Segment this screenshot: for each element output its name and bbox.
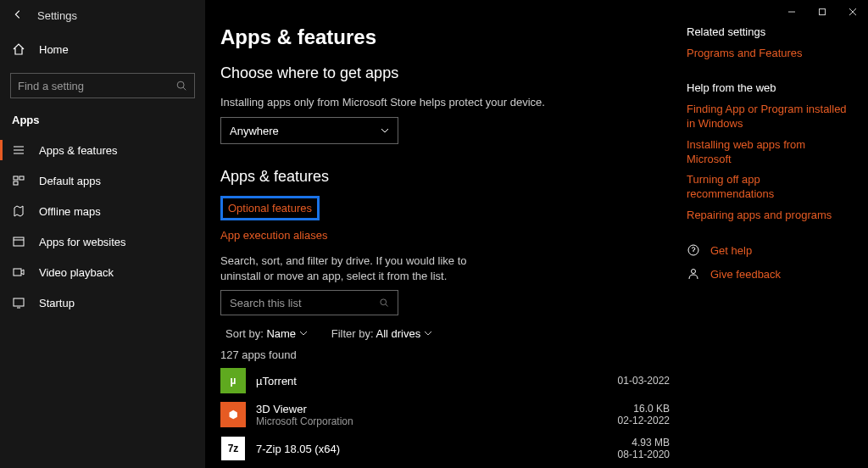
minimize-button[interactable] bbox=[776, 0, 807, 24]
sidebar-item-offline-maps[interactable]: Offline maps bbox=[0, 196, 205, 226]
search-placeholder: Find a setting bbox=[18, 80, 84, 92]
app-icon: µ bbox=[220, 368, 246, 393]
chevron-down-icon bbox=[381, 126, 389, 135]
sort-by-button[interactable]: Sort by: Name bbox=[225, 327, 308, 340]
right-rail: Related settings Programs and Features H… bbox=[687, 25, 848, 468]
website-icon bbox=[12, 235, 25, 248]
app-icon: ⬢ bbox=[220, 402, 246, 427]
chevron-down-icon bbox=[424, 329, 432, 337]
apps-section-title: Apps & features bbox=[220, 168, 670, 186]
dropdown-value: Anywhere bbox=[230, 125, 279, 137]
app-row[interactable]: µ µTorrent 01-03-2022 bbox=[220, 368, 670, 393]
search-list-input[interactable]: Search this list bbox=[220, 290, 398, 315]
search-icon bbox=[379, 298, 389, 308]
svg-line-5 bbox=[183, 87, 186, 90]
sidebar-item-label: Apps for websites bbox=[39, 236, 126, 248]
default-icon bbox=[12, 174, 25, 187]
sidebar-item-label: Video playback bbox=[39, 266, 114, 279]
app-icon: 7z bbox=[220, 436, 246, 461]
optional-features-highlight: Optional features bbox=[220, 196, 320, 220]
home-button[interactable]: Home bbox=[0, 34, 205, 64]
app-size: 16.0 KB bbox=[602, 403, 670, 415]
help-link[interactable]: Installing web apps from Microsoft bbox=[687, 138, 848, 167]
sidebar-item-apps-websites[interactable]: Apps for websites bbox=[0, 226, 205, 257]
apps-count: 127 apps found bbox=[220, 348, 670, 361]
svg-rect-1 bbox=[820, 9, 826, 15]
home-label: Home bbox=[39, 43, 69, 56]
list-description: Search, sort, and filter by drive. If yo… bbox=[220, 254, 492, 283]
app-publisher: Microsoft Corporation bbox=[256, 415, 592, 427]
sidebar-section-label: Apps bbox=[0, 103, 205, 135]
sidebar-item-label: Startup bbox=[39, 297, 75, 309]
svg-rect-14 bbox=[14, 269, 21, 276]
page-title: Apps & features bbox=[220, 25, 670, 49]
svg-rect-15 bbox=[14, 298, 24, 306]
back-button[interactable] bbox=[12, 8, 24, 23]
related-link[interactable]: Programs and Features bbox=[687, 47, 848, 61]
sidebar-item-video-playback[interactable]: Video playback bbox=[0, 257, 205, 287]
sidebar-item-label: Offline maps bbox=[39, 205, 101, 218]
sidebar-item-apps-features[interactable]: Apps & features bbox=[0, 135, 205, 165]
sidebar-item-default-apps[interactable]: Default apps bbox=[0, 165, 205, 196]
app-name: 3D Viewer bbox=[256, 403, 592, 415]
choose-subtext: Installing apps only from Microsoft Stor… bbox=[220, 96, 670, 109]
video-icon bbox=[12, 265, 25, 279]
map-icon bbox=[12, 204, 25, 218]
optional-features-link[interactable]: Optional features bbox=[228, 202, 312, 214]
window-title: Settings bbox=[37, 9, 77, 22]
app-date: 08-11-2020 bbox=[602, 448, 670, 460]
help-web-head: Help from the web bbox=[687, 81, 848, 94]
app-row[interactable]: ⬢ 3D Viewer Microsoft Corporation 16.0 K… bbox=[220, 402, 670, 427]
maximize-button[interactable] bbox=[807, 0, 837, 24]
sidebar-item-label: Default apps bbox=[39, 175, 101, 187]
search-input[interactable]: Find a setting bbox=[10, 73, 195, 98]
help-link[interactable]: Repairing apps and programs bbox=[687, 209, 848, 223]
give-feedback-link[interactable]: Give feedback bbox=[710, 268, 781, 281]
close-button[interactable] bbox=[837, 0, 868, 24]
choose-heading: Choose where to get apps bbox=[220, 64, 670, 82]
sidebar: Settings Home Find a setting Apps Apps &… bbox=[0, 0, 205, 468]
app-name: µTorrent bbox=[256, 375, 592, 387]
filter-by-button[interactable]: Filter by: All drives bbox=[331, 327, 432, 340]
app-row[interactable]: 7z 7-Zip 18.05 (x64) 4.93 MB 08-11-2020 bbox=[220, 436, 670, 461]
sidebar-item-startup[interactable]: Startup bbox=[0, 287, 205, 318]
search-icon bbox=[175, 80, 187, 92]
list-icon bbox=[12, 143, 25, 157]
help-icon bbox=[687, 243, 700, 257]
app-size: 4.93 MB bbox=[602, 437, 670, 448]
svg-rect-11 bbox=[14, 181, 18, 185]
app-name: 7-Zip 18.05 (x64) bbox=[256, 443, 592, 455]
svg-point-20 bbox=[692, 270, 696, 274]
svg-point-17 bbox=[381, 299, 387, 305]
search-list-placeholder: Search this list bbox=[230, 297, 302, 309]
main-content: Apps & features Choose where to get apps… bbox=[220, 25, 670, 468]
svg-rect-10 bbox=[19, 176, 24, 180]
get-help-link[interactable]: Get help bbox=[710, 244, 752, 257]
app-date: 01-03-2022 bbox=[602, 375, 670, 387]
related-settings-head: Related settings bbox=[687, 25, 848, 38]
app-date: 02-12-2022 bbox=[602, 415, 670, 426]
app-source-dropdown[interactable]: Anywhere bbox=[220, 117, 398, 144]
svg-line-18 bbox=[386, 304, 388, 307]
help-link[interactable]: Finding App or Program installed in Wind… bbox=[687, 103, 848, 131]
svg-rect-12 bbox=[14, 237, 24, 246]
feedback-icon bbox=[687, 267, 700, 281]
svg-rect-9 bbox=[14, 176, 18, 180]
chevron-down-icon bbox=[299, 329, 308, 337]
app-execution-aliases-link[interactable]: App execution aliases bbox=[220, 229, 327, 242]
svg-point-4 bbox=[177, 81, 184, 88]
sidebar-item-label: Apps & features bbox=[39, 144, 118, 157]
help-link[interactable]: Turning off app recommendations bbox=[687, 173, 848, 202]
home-icon bbox=[12, 42, 25, 56]
startup-icon bbox=[12, 296, 25, 309]
